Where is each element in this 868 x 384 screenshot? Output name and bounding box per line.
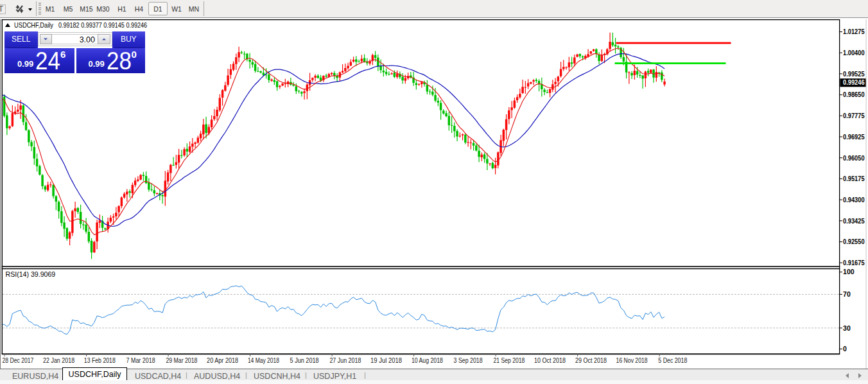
svg-text:1.00400: 1.00400	[843, 49, 865, 57]
svg-text:5 Dec 2018: 5 Dec 2018	[658, 356, 687, 364]
svg-text:22 Jan 2018: 22 Jan 2018	[43, 356, 74, 364]
svg-text:0.99182 0.99377 0.99145 0.9924: 0.99182 0.99377 0.99145 0.99246	[58, 21, 147, 29]
svg-text:13 Feb 2018: 13 Feb 2018	[84, 356, 116, 364]
svg-text:0.96925: 0.96925	[843, 133, 865, 141]
svg-text:USDCHF,Daily: USDCHF,Daily	[14, 21, 53, 29]
svg-text:0.99525: 0.99525	[843, 70, 865, 78]
svg-text:0.99246: 0.99246	[843, 78, 865, 86]
svg-text:5 Jun 2018: 5 Jun 2018	[290, 356, 319, 364]
svg-text:28 Dec 2017: 28 Dec 2017	[2, 356, 33, 364]
svg-text:10 Aug 2018: 10 Aug 2018	[412, 356, 443, 364]
svg-text:3 Sep 2018: 3 Sep 2018	[454, 356, 483, 364]
svg-text:29 Mar 2018: 29 Mar 2018	[166, 356, 197, 364]
svg-text:19 Jul 2018: 19 Jul 2018	[370, 356, 402, 364]
svg-text:0.94300: 0.94300	[843, 196, 865, 204]
svg-text:29 Oct 2018: 29 Oct 2018	[575, 356, 607, 364]
svg-text:0.97775: 0.97775	[843, 112, 865, 119]
svg-text:10 Oct 2018: 10 Oct 2018	[534, 356, 566, 364]
svg-text:20 Apr 2018: 20 Apr 2018	[207, 356, 238, 364]
svg-text:30: 30	[843, 324, 851, 332]
svg-text:0: 0	[843, 345, 847, 353]
svg-text:0.96050: 0.96050	[843, 154, 865, 162]
svg-text:0.92550: 0.92550	[843, 238, 865, 245]
svg-text:16 Nov 2018: 16 Nov 2018	[616, 356, 648, 364]
svg-text:0.91675: 0.91675	[843, 259, 865, 266]
svg-text:27 Jun 2018: 27 Jun 2018	[329, 356, 361, 364]
svg-text:0.93425: 0.93425	[843, 217, 865, 225]
svg-text:1.01275: 1.01275	[843, 28, 865, 35]
svg-text:70: 70	[843, 290, 851, 298]
svg-text:14 May 2018: 14 May 2018	[248, 356, 279, 364]
svg-text:21 Sep 2018: 21 Sep 2018	[493, 356, 525, 364]
svg-text:7 Mar 2018: 7 Mar 2018	[126, 356, 155, 364]
svg-text:0.95175: 0.95175	[843, 175, 865, 182]
svg-text:0.98650: 0.98650	[843, 91, 865, 98]
svg-text:RSI(14) 39.9069: RSI(14) 39.9069	[6, 270, 56, 278]
svg-text:100: 100	[843, 268, 855, 275]
